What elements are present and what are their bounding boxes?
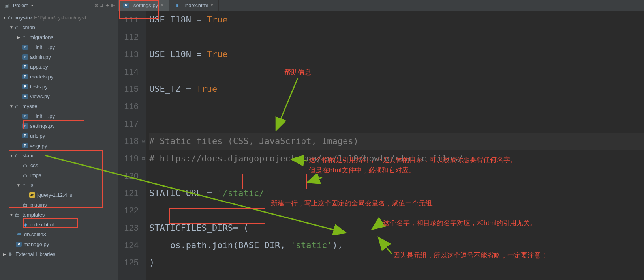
fold-marker <box>141 28 146 46</box>
annotation-newline: 新建一行，写上这个固定的全局变量名，赋值一个元组。 <box>271 199 439 208</box>
chevron-down-icon[interactable]: ▼ <box>2 15 7 20</box>
line-number: 113 <box>118 46 139 63</box>
fold-marker <box>141 63 146 80</box>
annotation-url1: 这个指的是引用指针，不是具体的目录，可以改成你想要得任何名字。 <box>309 155 517 164</box>
tree-file[interactable]: P__init__.py <box>0 111 118 121</box>
main-area: P settings.py ✕ ◈ index.html ✕ 111112113… <box>118 0 644 280</box>
chevron-down-icon[interactable]: ▼ <box>9 213 14 217</box>
html-icon: ◈ <box>22 222 28 228</box>
sidebar-header: ▣ Project ▾ ⊕ ⇊ ✦ ⊩ <box>0 0 118 11</box>
hide-icon[interactable]: ⊩ <box>111 3 115 8</box>
code-editor[interactable]: 1111121131141151161171181191201211221231… <box>118 11 644 280</box>
fold-marker[interactable]: ⊟ <box>141 133 146 150</box>
fold-marker <box>141 80 146 98</box>
line-number: 123 <box>118 219 139 237</box>
tree-folder-imgs[interactable]: 🗀imgs <box>0 170 118 180</box>
tree-file[interactable]: Padmin.py <box>0 52 118 62</box>
code-area[interactable]: ⊟⊟ USE_I18N = TrueUSE_L10N = TrueUSE_TZ … <box>146 11 644 280</box>
annotation-help: 帮助信息 <box>284 68 311 77</box>
fold-marker <box>141 237 146 254</box>
dropdown-icon[interactable]: ▾ <box>29 3 35 7</box>
tree-file[interactable]: Papps.py <box>0 62 118 72</box>
code-line[interactable]: USE_I18N = True <box>149 11 644 28</box>
html-icon: ◈ <box>174 2 180 9</box>
folder-icon: 🗀 <box>22 162 28 169</box>
tree-folder-js[interactable]: ▼ 🗀 js <box>0 180 118 190</box>
code-line[interactable] <box>149 115 644 133</box>
fold-marker <box>141 202 146 219</box>
annotation-url2: 但是在html文件中，必须和它对应。 <box>309 166 415 175</box>
fold-marker <box>141 115 146 133</box>
chevron-right-icon[interactable]: ▶ <box>16 35 21 39</box>
chevron-down-icon[interactable]: ▼ <box>9 153 14 158</box>
tree-file-settings[interactable]: Psettings.py <box>0 121 118 131</box>
tree-folder-migrations[interactable]: ▶ 🗀 migrations <box>0 32 118 42</box>
tree-file-index[interactable]: ◈index.html <box>0 220 118 230</box>
tabs-bar: P settings.py ✕ ◈ index.html ✕ <box>118 0 644 11</box>
chevron-down-icon[interactable]: ▼ <box>16 183 21 187</box>
annotation-static-name: 这个名字，和目录的名字对应，和html的引用无关。 <box>383 218 537 228</box>
tree-file[interactable]: P__init__.py <box>0 42 118 52</box>
annotation-tuple: 因为是元组，所以这个逗号不能省略，一定要注意！ <box>393 251 548 260</box>
tree-root[interactable]: ▼ 🗀 mysite F:\Python\pycharm\mysit <box>0 13 118 22</box>
collapse-icon[interactable]: ⇊ <box>100 3 104 8</box>
tree-file[interactable]: Purls.py <box>0 131 118 141</box>
target-icon[interactable]: ⊕ <box>94 3 98 8</box>
close-icon[interactable]: ✕ <box>210 3 214 8</box>
folder-icon: 🗀 <box>14 153 21 159</box>
line-number: 117 <box>118 115 139 133</box>
fold-marker <box>141 167 146 185</box>
root-name: mysite <box>15 15 32 21</box>
line-number: 121 <box>118 185 139 202</box>
tab-index[interactable]: ◈ index.html ✕ <box>169 0 219 11</box>
line-number: 111 <box>118 11 139 28</box>
python-icon: P <box>16 242 22 247</box>
root-path: F:\Python\pycharm\mysit <box>34 15 86 21</box>
tree-external-libs[interactable]: ▶ ⊪ External Libraries <box>0 249 118 259</box>
line-number: 118 <box>118 133 139 150</box>
tree-file[interactable]: Pwsgi.py <box>0 141 118 151</box>
python-icon: P <box>22 84 28 89</box>
database-icon: 🗃 <box>16 231 22 238</box>
tree-file[interactable]: Ptests.py <box>0 82 118 91</box>
tree-folder-cmdb[interactable]: ▼ 🗀 cmdb <box>0 22 118 32</box>
tree-file-db[interactable]: 🗃db.sqlite3 <box>0 230 118 239</box>
tree-file[interactable]: Pmodels.py <box>0 72 118 82</box>
code-line[interactable]: # Static files (CSS, JavaScript, Images) <box>149 133 644 150</box>
chevron-down-icon[interactable]: ▼ <box>9 25 14 30</box>
tree-folder-static[interactable]: ▼ 🗀 static <box>0 151 118 161</box>
python-icon: P <box>22 94 28 99</box>
python-icon: P <box>22 64 28 69</box>
tree-folder-css[interactable]: 🗀css <box>0 161 118 170</box>
code-line[interactable] <box>149 63 644 80</box>
line-number: 119 <box>118 150 139 167</box>
tree-file-manage[interactable]: Pmanage.py <box>0 239 118 249</box>
sidebar-title: Project <box>13 3 28 8</box>
gear-icon[interactable]: ✦ <box>105 3 109 8</box>
project-tree[interactable]: ▼ 🗀 mysite F:\Python\pycharm\mysit ▼ 🗀 c… <box>0 11 118 280</box>
code-line[interactable] <box>149 28 644 46</box>
code-line[interactable]: USE_TZ = True <box>149 80 644 98</box>
fold-marker <box>141 98 146 115</box>
code-line[interactable]: USE_L10N = True <box>149 46 644 63</box>
tree-folder-templates[interactable]: ▼ 🗀 templates <box>0 210 118 220</box>
chevron-right-icon[interactable]: ▶ <box>2 252 7 256</box>
tab-settings[interactable]: P settings.py ✕ <box>118 0 169 11</box>
python-icon: P <box>22 133 28 138</box>
fold-marker <box>141 11 146 28</box>
python-icon: P <box>22 123 28 129</box>
python-icon: P <box>22 74 28 79</box>
chevron-down-icon[interactable]: ▼ <box>9 104 14 108</box>
folder-icon: 🗀 <box>14 212 21 218</box>
close-icon[interactable]: ✕ <box>160 3 164 8</box>
tree-file[interactable]: Pviews.py <box>0 91 118 101</box>
fold-marker[interactable]: ⊟ <box>141 150 146 167</box>
tree-file-jquery[interactable]: JSjquery-1.12.4.js <box>0 190 118 200</box>
python-icon: P <box>22 143 28 148</box>
folder-icon: 🗀 <box>14 24 21 31</box>
tree-folder-plugins[interactable]: 🗀plugins <box>0 200 118 210</box>
folder-icon: 🗀 <box>22 172 28 179</box>
tree-folder-mysite[interactable]: ▼ 🗀 mysite <box>0 101 118 111</box>
line-number: 114 <box>118 63 139 80</box>
code-line[interactable] <box>149 98 644 115</box>
